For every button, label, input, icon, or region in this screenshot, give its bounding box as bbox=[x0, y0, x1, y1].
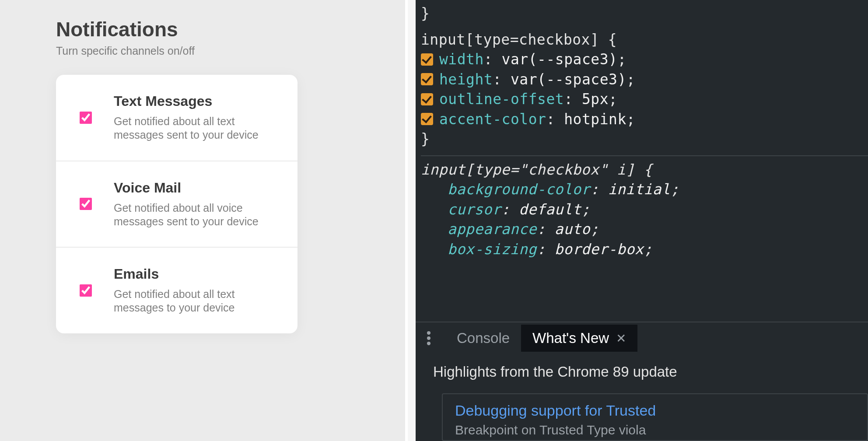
whats-new-card[interactable]: Debugging support for Trusted Breakpoint… bbox=[442, 393, 868, 441]
devtools-pane: } input[type=checkbox] { width: var(--sp… bbox=[416, 0, 868, 441]
css-value[interactable]: 5px bbox=[582, 91, 609, 108]
css-property[interactable]: accent-color bbox=[439, 111, 546, 128]
styles-pane[interactable]: } input[type=checkbox] { width: var(--sp… bbox=[416, 0, 868, 259]
page-subtitle: Turn specific channels on/off bbox=[56, 45, 405, 57]
css-value: default bbox=[519, 201, 581, 218]
app-layout: Notifications Turn specific channels on/… bbox=[0, 0, 868, 441]
css-value[interactable]: hotpink bbox=[564, 111, 626, 128]
whats-new-subtitle: Breakpoint on Trusted Type viola bbox=[455, 423, 855, 438]
drawer-tabstrip: ••• Console What's New ✕ bbox=[416, 322, 868, 354]
channels-card: Text Messages Get notified about all tex… bbox=[56, 75, 298, 333]
property-toggle-icon[interactable] bbox=[421, 93, 433, 105]
property-toggle-icon[interactable] bbox=[421, 53, 433, 66]
whats-new-headline: Highlights from the Chrome 89 update bbox=[433, 364, 868, 380]
drawer-body: Highlights from the Chrome 89 update Deb… bbox=[416, 354, 868, 441]
css-selector[interactable]: input[type=checkbox] bbox=[421, 31, 599, 48]
css-value: auto bbox=[555, 220, 590, 238]
property-toggle-icon[interactable] bbox=[421, 113, 433, 125]
css-value[interactable]: var(--space3) bbox=[502, 51, 618, 68]
rule-divider bbox=[421, 155, 868, 156]
tab-whats-new[interactable]: What's New ✕ bbox=[521, 325, 637, 352]
pane-resizer[interactable] bbox=[408, 0, 416, 441]
channel-info: Voice Mail Get notified about all voice … bbox=[114, 180, 276, 229]
css-value[interactable]: var(--space3) bbox=[511, 71, 626, 88]
css-property[interactable]: height bbox=[439, 71, 493, 88]
property-toggle-icon[interactable] bbox=[421, 73, 433, 85]
css-selector-useragent: input[type="checkbox" i] bbox=[421, 161, 635, 178]
channel-desc: Get notified about all text messages sen… bbox=[114, 115, 276, 142]
kebab-menu-icon[interactable]: ••• bbox=[420, 330, 438, 346]
channel-desc: Get notified about all voice messages se… bbox=[114, 201, 276, 229]
channel-checkbox-text-messages[interactable] bbox=[80, 112, 92, 124]
close-icon[interactable]: ✕ bbox=[616, 331, 626, 346]
channel-title: Emails bbox=[114, 266, 276, 282]
css-property: cursor bbox=[448, 201, 501, 218]
channel-desc: Get notified about all text messages to … bbox=[114, 287, 276, 315]
channel-checkbox-emails[interactable] bbox=[80, 284, 92, 297]
devtools-drawer: ••• Console What's New ✕ Highlights from… bbox=[416, 322, 868, 441]
channel-title: Text Messages bbox=[114, 93, 276, 109]
css-property: background-color bbox=[448, 181, 590, 198]
channel-title: Voice Mail bbox=[114, 180, 276, 196]
brace-close: } bbox=[421, 5, 430, 22]
channel-row-emails: Emails Get notified about all text messa… bbox=[56, 248, 298, 333]
channel-checkbox-voice-mail[interactable] bbox=[80, 198, 92, 210]
tab-console[interactable]: Console bbox=[445, 325, 521, 352]
channel-row-voice-mail: Voice Mail Get notified about all voice … bbox=[56, 161, 298, 248]
css-property: appearance bbox=[448, 220, 537, 238]
css-property: box-sizing bbox=[448, 241, 537, 258]
tab-label: What's New bbox=[532, 330, 609, 346]
css-value: initial bbox=[608, 181, 671, 198]
channel-row-text-messages: Text Messages Get notified about all tex… bbox=[56, 75, 298, 161]
preview-pane: Notifications Turn specific channels on/… bbox=[0, 0, 408, 441]
css-property[interactable]: outline-offset bbox=[439, 91, 564, 108]
channel-info: Emails Get notified about all text messa… bbox=[114, 266, 276, 315]
css-property[interactable]: width bbox=[439, 51, 484, 68]
css-value: border-box bbox=[555, 241, 644, 258]
channel-info: Text Messages Get notified about all tex… bbox=[114, 93, 276, 142]
page-title: Notifications bbox=[56, 18, 405, 41]
whats-new-link[interactable]: Debugging support for Trusted bbox=[455, 402, 855, 419]
